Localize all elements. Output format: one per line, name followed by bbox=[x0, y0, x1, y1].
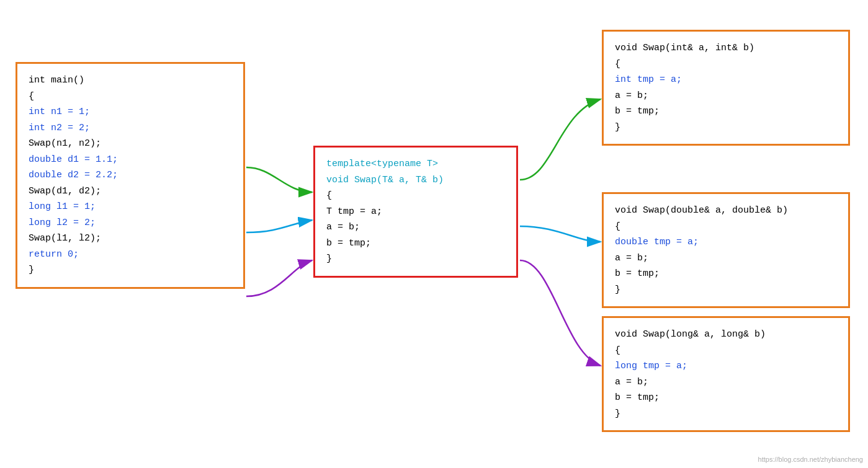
long-swap-code-line: { bbox=[615, 343, 837, 359]
main-code-line: long l2 = 2; bbox=[29, 215, 232, 231]
main-code-line: Swap(l1, l2); bbox=[29, 231, 232, 247]
long-swap-code-line: long tmp = a; bbox=[615, 358, 837, 374]
double-swap-code-line: double tmp = a; bbox=[615, 234, 837, 250]
double-swap-code-line: a = b; bbox=[615, 250, 837, 267]
double-swap-box: void Swap(double& a, double& b) { double… bbox=[602, 192, 850, 308]
template-code-line: a = b; bbox=[326, 219, 505, 236]
double-swap-code-line: { bbox=[615, 219, 837, 235]
template-code-line: template<typename T> bbox=[326, 156, 505, 172]
long-swap-box: void Swap(long& a, long& b) { long tmp =… bbox=[602, 316, 850, 432]
purple-arrow-right bbox=[520, 260, 601, 366]
double-swap-code-line: } bbox=[615, 282, 837, 298]
template-function-box: template<typename T> void Swap(T& a, T& … bbox=[313, 146, 518, 278]
watermark: https://blog.csdn.net/zhybiancheng bbox=[758, 456, 863, 463]
main-code-line: Swap(d1, d2); bbox=[29, 183, 232, 200]
int-swap-code-line: void Swap(int& a, int& b) bbox=[615, 40, 837, 56]
long-swap-code-line: void Swap(long& a, long& b) bbox=[615, 327, 837, 343]
template-code-line: void Swap(T& a, T& b) bbox=[326, 172, 505, 188]
cyan-arrow-left bbox=[246, 220, 312, 232]
int-swap-code-line: b = tmp; bbox=[615, 104, 837, 120]
long-swap-code-line: b = tmp; bbox=[615, 390, 837, 406]
int-swap-box: void Swap(int& a, int& b) { int tmp = a;… bbox=[602, 30, 850, 146]
main-code-line: Swap(n1, n2); bbox=[29, 136, 232, 152]
main-function-box: int main() { int n1 = 1; int n2 = 2; Swa… bbox=[16, 62, 245, 289]
int-swap-code-line: a = b; bbox=[615, 88, 837, 104]
long-swap-code-line: a = b; bbox=[615, 374, 837, 391]
template-code-line: } bbox=[326, 251, 505, 267]
main-code-line: return 0; bbox=[29, 247, 232, 263]
main-code-line: int n1 = 1; bbox=[29, 104, 232, 120]
int-swap-code-line: int tmp = a; bbox=[615, 72, 837, 88]
cyan-arrow-right bbox=[520, 226, 601, 242]
main-code-line: } bbox=[29, 262, 232, 278]
green-arrow-left bbox=[246, 167, 312, 192]
template-code-line: T tmp = a; bbox=[326, 204, 505, 220]
main-code-line: { bbox=[29, 89, 232, 105]
template-code-line: b = tmp; bbox=[326, 236, 505, 252]
main-code-line: double d2 = 2.2; bbox=[29, 167, 232, 183]
long-swap-code-line: } bbox=[615, 406, 837, 422]
double-swap-code-line: b = tmp; bbox=[615, 266, 837, 282]
int-swap-code-line: } bbox=[615, 120, 837, 136]
main-code-line: double d1 = 1.1; bbox=[29, 152, 232, 168]
main-code-line: int n2 = 2; bbox=[29, 120, 232, 136]
int-swap-code-line: { bbox=[615, 56, 837, 73]
double-swap-code-line: void Swap(double& a, double& b) bbox=[615, 203, 837, 219]
purple-arrow-left bbox=[246, 260, 312, 296]
main-code-line: int main() bbox=[29, 73, 232, 89]
main-code-line: long l1 = 1; bbox=[29, 199, 232, 215]
green-arrow-right bbox=[520, 99, 601, 180]
template-code-line: { bbox=[326, 188, 505, 204]
